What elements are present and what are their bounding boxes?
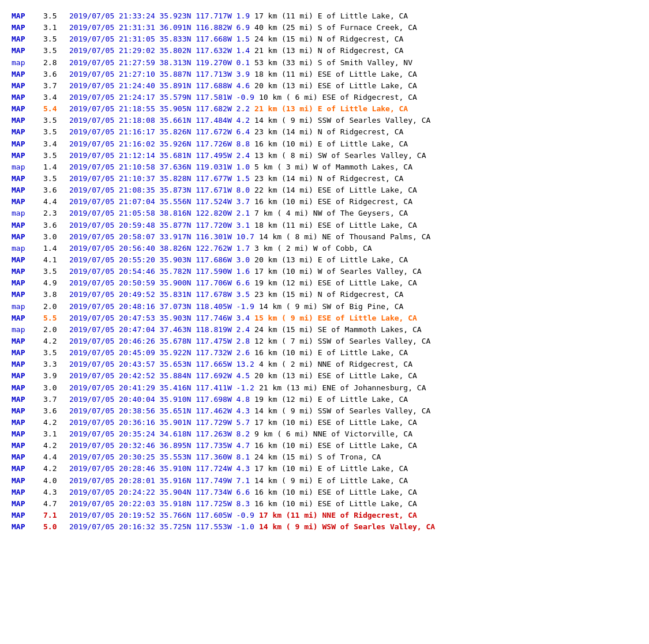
- map-link[interactable]: MAP: [12, 453, 25, 461]
- table-row: MAP3.72019/07/05 21:24:40 35.891N 117.68…: [12, 80, 637, 92]
- map-link[interactable]: MAP: [12, 430, 25, 438]
- magnitude-value: 3.5: [43, 173, 69, 184]
- map-link-cell: MAP: [12, 475, 43, 487]
- datetime-link[interactable]: 2019/07/05 21:12:14 35.681N 117.495W 2.4: [69, 150, 250, 161]
- datetime-link[interactable]: 2019/07/05 20:16:32 35.725N 117.553W -1.…: [69, 521, 254, 533]
- map-link[interactable]: MAP: [12, 290, 25, 299]
- datetime-link[interactable]: 2019/07/05 21:18:08 35.661N 117.484W 4.2: [69, 115, 250, 126]
- map-link[interactable]: MAP: [12, 278, 25, 287]
- table-row: MAP5.02019/07/05 20:16:32 35.725N 117.55…: [12, 521, 637, 533]
- datetime-link[interactable]: 2019/07/05 20:19:52 35.766N 117.605W -0.…: [69, 510, 254, 521]
- map-link-cell: MAP: [12, 196, 43, 208]
- map-link[interactable]: MAP: [12, 35, 25, 43]
- map-link[interactable]: MAP: [12, 255, 25, 264]
- datetime-link[interactable]: 2019/07/05 20:56:40 38.826N 122.762W 1.7: [69, 243, 250, 254]
- map-link[interactable]: MAP: [12, 81, 25, 90]
- map-link-cell: MAP: [12, 173, 43, 184]
- datetime-link[interactable]: 2019/07/05 21:10:37 35.828N 117.677W 1.5: [69, 173, 250, 184]
- datetime-link[interactable]: 2019/07/05 21:08:35 35.873N 117.671W 8.0: [69, 184, 250, 196]
- map-link[interactable]: MAP: [12, 464, 25, 473]
- map-link[interactable]: MAP: [12, 93, 25, 101]
- datetime-link[interactable]: 2019/07/05 21:31:31 36.091N 116.882W 6.9: [69, 22, 250, 33]
- map-link[interactable]: MAP: [12, 174, 25, 183]
- datetime-link[interactable]: 2019/07/05 20:30:25 35.553N 117.360W 8.1: [69, 451, 250, 463]
- map-link[interactable]: map: [12, 58, 25, 67]
- map-link[interactable]: MAP: [12, 314, 25, 322]
- datetime-link[interactable]: 2019/07/05 21:27:10 35.887N 117.713W 3.9: [69, 69, 250, 80]
- map-link[interactable]: MAP: [12, 70, 25, 78]
- map-link[interactable]: MAP: [12, 221, 25, 229]
- map-link[interactable]: MAP: [12, 395, 25, 404]
- datetime-link[interactable]: 2019/07/05 21:10:58 37.636N 119.031W 1.0: [69, 161, 250, 173]
- datetime-link[interactable]: 2019/07/05 20:28:01 35.916N 117.749W 7.1: [69, 475, 250, 487]
- map-link[interactable]: MAP: [12, 383, 25, 392]
- datetime-link[interactable]: 2019/07/05 20:40:04 35.910N 117.698W 4.8: [69, 394, 250, 405]
- map-link[interactable]: MAP: [12, 23, 25, 32]
- map-link[interactable]: MAP: [12, 116, 25, 125]
- datetime-link[interactable]: 2019/07/05 20:46:26 35.678N 117.475W 2.8: [69, 336, 250, 347]
- map-link[interactable]: MAP: [12, 488, 25, 496]
- map-link[interactable]: MAP: [12, 46, 25, 55]
- map-link[interactable]: MAP: [12, 127, 25, 136]
- map-link[interactable]: map: [12, 302, 25, 311]
- datetime-link[interactable]: 2019/07/05 21:18:55 35.905N 117.682W 2.2: [69, 103, 250, 115]
- datetime-link[interactable]: 2019/07/05 20:22:03 35.918N 117.725W 8.3: [69, 498, 250, 510]
- map-link[interactable]: MAP: [12, 337, 25, 345]
- datetime-link[interactable]: 2019/07/05 20:42:52 35.884N 117.692W 4.5: [69, 370, 250, 382]
- datetime-link[interactable]: 2019/07/05 21:27:59 38.313N 119.270W 0.1: [69, 57, 250, 69]
- map-link[interactable]: MAP: [12, 511, 25, 519]
- datetime-link[interactable]: 2019/07/05 20:47:04 37.463N 118.819W 2.4: [69, 324, 250, 336]
- map-link[interactable]: MAP: [12, 418, 25, 427]
- map-link[interactable]: map: [12, 325, 25, 334]
- map-link[interactable]: map: [12, 244, 25, 253]
- map-link[interactable]: MAP: [12, 360, 25, 368]
- datetime-link[interactable]: 2019/07/05 20:43:57 35.653N 117.665W 13.…: [69, 359, 254, 370]
- map-link[interactable]: map: [12, 163, 25, 171]
- map-link[interactable]: MAP: [12, 348, 25, 357]
- datetime-link[interactable]: 2019/07/05 21:05:58 38.816N 122.820W 2.1: [69, 208, 250, 219]
- map-link[interactable]: MAP: [12, 522, 25, 531]
- datetime-link[interactable]: 2019/07/05 20:47:53 35.903N 117.746W 3.4: [69, 312, 250, 324]
- datetime-link[interactable]: 2019/07/05 20:48:16 37.073N 118.405W -1.…: [69, 301, 254, 312]
- earthquake-table: MAP3.52019/07/05 21:33:24 35.923N 117.71…: [12, 10, 637, 533]
- map-link[interactable]: MAP: [12, 267, 25, 276]
- datetime-link[interactable]: 2019/07/05 21:24:17 35.579N 117.581W -0.…: [69, 92, 254, 103]
- map-link[interactable]: MAP: [12, 476, 25, 485]
- datetime-link[interactable]: 2019/07/05 20:49:52 35.831N 117.678W 3.5: [69, 289, 250, 300]
- datetime-link[interactable]: 2019/07/05 20:59:48 35.877N 117.720W 3.1: [69, 220, 250, 231]
- datetime-link[interactable]: 2019/07/05 21:16:17 35.826N 117.672W 6.4: [69, 126, 250, 138]
- datetime-link[interactable]: 2019/07/05 21:29:02 35.802N 117.632W 1.4: [69, 45, 250, 57]
- datetime-link[interactable]: 2019/07/05 20:58:07 33.917N 116.301W 10.…: [69, 231, 254, 243]
- datetime-link[interactable]: 2019/07/05 21:24:40 35.891N 117.688W 4.6: [69, 80, 250, 92]
- datetime-link[interactable]: 2019/07/05 20:36:16 35.901N 117.729W 5.7: [69, 417, 250, 428]
- datetime-link[interactable]: 2019/07/05 21:31:05 35.833N 117.668W 1.5: [69, 33, 250, 45]
- map-link-cell: MAP: [12, 510, 43, 521]
- map-link[interactable]: MAP: [12, 406, 25, 415]
- datetime-link[interactable]: 2019/07/05 21:07:04 35.556N 117.524W 3.7: [69, 196, 250, 208]
- table-row: map1.42019/07/05 20:56:40 38.826N 122.76…: [12, 243, 637, 254]
- datetime-link[interactable]: 2019/07/05 20:54:46 35.782N 117.590W 1.6: [69, 266, 250, 277]
- map-link[interactable]: MAP: [12, 441, 25, 450]
- datetime-link[interactable]: 2019/07/05 20:35:24 34.618N 117.263W 8.2: [69, 428, 250, 440]
- datetime-link[interactable]: 2019/07/05 20:24:22 35.904N 117.734W 6.6: [69, 487, 250, 498]
- datetime-link[interactable]: 2019/07/05 20:32:46 36.895N 117.735W 4.7: [69, 440, 250, 451]
- datetime-link[interactable]: 2019/07/05 21:33:24 35.923N 117.717W 1.9: [69, 10, 250, 22]
- map-link[interactable]: MAP: [12, 12, 25, 20]
- datetime-link[interactable]: 2019/07/05 20:50:59 35.900N 117.706W 6.6: [69, 277, 250, 289]
- map-link[interactable]: MAP: [12, 499, 25, 508]
- datetime-link[interactable]: 2019/07/05 21:16:02 35.926N 117.726W 8.8: [69, 138, 250, 150]
- map-link[interactable]: MAP: [12, 186, 25, 194]
- map-link[interactable]: MAP: [12, 104, 25, 113]
- map-link[interactable]: MAP: [12, 232, 25, 241]
- map-link[interactable]: MAP: [12, 151, 25, 160]
- datetime-link[interactable]: 2019/07/05 20:38:56 35.651N 117.462W 4.3: [69, 405, 250, 417]
- magnitude-value: 4.4: [43, 196, 69, 208]
- datetime-link[interactable]: 2019/07/05 20:28:46 35.910N 117.724W 4.3: [69, 463, 250, 474]
- datetime-link[interactable]: 2019/07/05 20:55:20 35.903N 117.686W 3.0: [69, 254, 250, 266]
- datetime-link[interactable]: 2019/07/05 20:41:29 35.416N 117.411W -1.…: [69, 382, 254, 394]
- map-link[interactable]: MAP: [12, 197, 25, 206]
- map-link[interactable]: MAP: [12, 140, 25, 148]
- map-link[interactable]: map: [12, 209, 25, 217]
- datetime-link[interactable]: 2019/07/05 20:45:09 35.922N 117.732W 2.6: [69, 347, 250, 359]
- map-link[interactable]: MAP: [12, 371, 25, 380]
